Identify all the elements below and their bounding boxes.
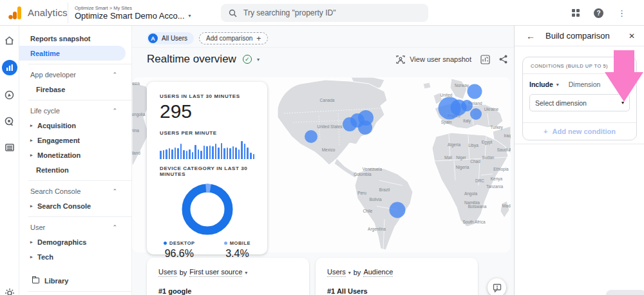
admin-gear-icon[interactable]: [3, 286, 17, 295]
all-users-chip[interactable]: A All Users: [147, 32, 194, 44]
app-bar: Analytics Optimize Smart > My Sites Opti…: [0, 0, 644, 26]
nav-section-life-cycle[interactable]: Life cycle⌃: [19, 104, 131, 118]
view-user-snapshot-button[interactable]: View user snapshot: [396, 55, 471, 64]
sidebar-item-firebase[interactable]: Firebase: [19, 82, 131, 97]
minute-bar: [221, 143, 223, 159]
feedback-icon: [493, 283, 502, 292]
feedback-button[interactable]: [488, 278, 506, 295]
chevron-up-icon: ⌃: [112, 71, 117, 78]
map-country-label: Botswana: [468, 204, 487, 209]
configure-icon[interactable]: [3, 140, 17, 155]
explore-icon[interactable]: [3, 88, 17, 102]
dimension-label[interactable]: Audience: [363, 268, 393, 277]
minute-bar: [204, 146, 205, 159]
chevron-down-icon[interactable]: ▾: [245, 270, 247, 276]
sidebar-item-demographics[interactable]: ▸Demographics: [19, 234, 131, 249]
nav-divider: [28, 216, 131, 217]
reports-icon[interactable]: [2, 60, 17, 75]
realtime-users-bubble[interactable]: [305, 130, 317, 143]
map-country-label: United: [440, 93, 453, 97]
minute-bar: [223, 148, 225, 159]
users-per-minute-label: USERS PER MINUTE: [160, 130, 254, 136]
customize-report-icon[interactable]: [480, 55, 490, 64]
nav-section-search-console[interactable]: Search Console⌃: [19, 184, 131, 198]
nav-divider: [28, 180, 131, 181]
nav-divider: [28, 64, 131, 64]
ga4-realtime-page: Analytics Optimize Smart > My Sites Opti…: [0, 0, 644, 295]
add-comparison-chip[interactable]: Add comparison +: [199, 32, 268, 44]
minute-bar: [194, 145, 196, 159]
map-country-label: Turkey: [490, 125, 503, 130]
nav-section-user[interactable]: User⌃: [19, 220, 131, 234]
nav-divider: [28, 291, 131, 292]
chevron-down-icon[interactable]: ▾: [348, 270, 351, 276]
map-country-label: Sudan: [482, 155, 495, 160]
apply-button-cropped[interactable]: [606, 290, 644, 295]
sidebar-item-reports-snapshot[interactable]: Reports snapshot: [19, 31, 131, 46]
sidebar-item-library[interactable]: Library: [19, 273, 131, 288]
more-vert-icon[interactable]: ⋮: [618, 8, 626, 18]
share-icon[interactable]: [499, 55, 507, 64]
home-icon[interactable]: [3, 33, 17, 48]
metric-label[interactable]: Users: [158, 268, 177, 277]
plus-icon: +: [256, 34, 261, 43]
search-input[interactable]: Try searching "property ID": [221, 4, 428, 22]
map-country-label: China: [132, 128, 139, 133]
sidebar-item-tech[interactable]: ▸Tech: [19, 249, 131, 264]
sidebar-item-realtime[interactable]: Realtime: [19, 46, 126, 61]
realtime-users-bubble[interactable]: [470, 108, 482, 120]
minute-bar: [169, 148, 171, 159]
sidebar-item-label: Monetization: [37, 151, 80, 159]
realtime-users-card: USERS IN LAST 30 MINUTES 295 USERS PER M…: [147, 82, 267, 254]
sidebar-item-acquisition[interactable]: ▸Acquisition: [19, 118, 131, 133]
realtime-users-bubble[interactable]: [358, 120, 372, 135]
map-scandinavia: [450, 79, 467, 99]
help-icon[interactable]: ?: [594, 8, 603, 18]
map-country-label: Russia: [132, 81, 140, 86]
add-new-condition-label: Add new condition: [553, 128, 616, 135]
all-users-chip-label: All Users: [162, 35, 187, 42]
chevron-down-icon[interactable]: ▾: [556, 82, 559, 88]
sidebar-item-engagement[interactable]: ▸Engagement: [19, 133, 131, 148]
realtime-users-bubble[interactable]: [390, 202, 406, 218]
map-country-label: Peru: [357, 191, 366, 195]
device-category-donut[interactable]: [160, 180, 254, 239]
map-country-label: Italy: [463, 119, 471, 124]
realtime-users-bubble[interactable]: [468, 84, 482, 99]
realtime-users-bubble[interactable]: [461, 100, 473, 111]
apps-grid-icon[interactable]: [572, 9, 580, 17]
minute-bar: [163, 150, 165, 159]
sidebar-item-label: Retention: [36, 166, 69, 174]
icon-rail: [0, 26, 19, 295]
by-label: by: [180, 269, 187, 276]
map-country-label: Kenya: [491, 176, 503, 182]
nav-section-app-developer[interactable]: App developer⌃: [19, 68, 131, 82]
data-ok-check-icon[interactable]: ✓: [243, 55, 252, 64]
product-name: Analytics: [28, 7, 68, 18]
account-switcher[interactable]: Optimize Smart > My Sites Optimize Smart…: [68, 3, 191, 23]
analytics-logo[interactable]: Analytics: [0, 6, 68, 19]
sidebar-item-label: Search Console: [37, 202, 91, 210]
metric-label[interactable]: Users: [327, 268, 346, 277]
map-country-label: Nigeria: [456, 165, 469, 170]
sidebar-item-label: Reports snapshot: [30, 35, 91, 43]
map-country-label: Canada: [320, 98, 335, 102]
sidebar-item-label: Demographics: [37, 238, 86, 246]
sidebar-item-retention[interactable]: Retention: [19, 162, 131, 177]
minute-bar: [171, 149, 173, 159]
close-icon[interactable]: ✕: [629, 32, 635, 41]
plus-icon: +: [544, 128, 547, 135]
sidebar-item-monetization[interactable]: ▸Monetization: [19, 148, 131, 162]
minute-bar: [160, 151, 162, 159]
divider: [515, 46, 644, 46]
mobile-label: MOBILE: [230, 240, 251, 246]
main-content: A All Users Add comparison + Realtime ov…: [132, 26, 514, 295]
sidebar-item-search-console[interactable]: ▸Search Console: [19, 198, 131, 213]
advertising-icon[interactable]: [3, 114, 17, 128]
add-new-condition-button[interactable]: + Add new condition: [523, 122, 636, 140]
include-dropdown[interactable]: Include: [529, 81, 553, 88]
chevron-down-icon[interactable]: ▾: [257, 57, 260, 62]
users-per-minute-bar-chart[interactable]: [160, 141, 254, 159]
dimension-label[interactable]: First user source: [189, 268, 242, 277]
back-arrow-icon[interactable]: ←: [526, 31, 535, 41]
